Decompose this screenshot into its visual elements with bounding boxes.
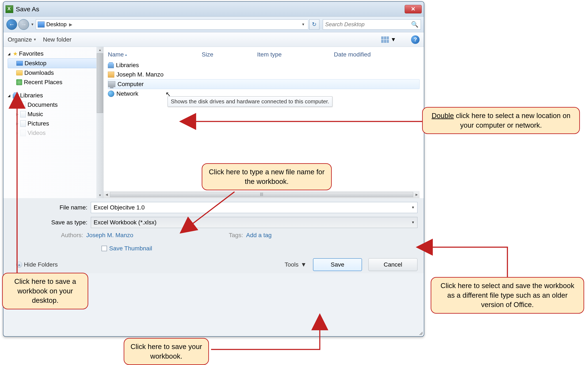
callout-filetype: Click here to select and save the workbo… [431,277,584,314]
callout-desktop: Click here to save a workbook on your de… [2,273,88,309]
sidebar-item-music[interactable]: ▷ Music [8,110,104,119]
sidebar-item-videos[interactable]: ▷ Videos [8,128,104,138]
forward-button[interactable]: → [18,19,29,30]
user-folder-icon [108,72,114,77]
new-folder-button[interactable]: New folder [43,36,71,43]
save-form: File name: Excel Objecitve 1.0 ▼ Save as… [3,198,424,273]
scrollbar-thumb[interactable] [110,192,413,197]
help-button[interactable]: ? [411,35,420,44]
network-icon [108,91,114,97]
refresh-button[interactable]: ↻ [309,19,319,30]
disclosure-icon: ▷ [16,131,19,135]
folder-icon [16,70,23,75]
address-dropdown-icon[interactable]: ▼ [300,23,306,26]
navigation-pane: ◢ ★ Favorites Desktop Downloads Recent P… [3,47,104,198]
dropdown-icon[interactable]: ▼ [411,221,415,224]
sidebar-item-documents[interactable]: ▷ Documents [8,100,104,110]
save-thumbnail-checkbox[interactable] [101,246,107,251]
tools-dropdown[interactable]: Tools ▼ [285,261,307,268]
pictures-icon [20,120,26,127]
libraries-group[interactable]: ◢ Libraries [8,91,104,100]
document-icon [20,102,26,108]
resize-grip-icon[interactable] [418,331,423,335]
scroll-down-icon[interactable]: ▼ [96,192,104,198]
caret-down-icon: ▼ [33,38,37,42]
view-grid-icon [381,36,389,43]
file-row-user[interactable]: Joseph M. Manzo [108,70,420,79]
scroll-left-icon[interactable]: ◀ [104,193,110,196]
disclosure-icon: ▷ [16,122,19,125]
hide-folders-button[interactable]: ▲ Hide Folders [16,261,58,268]
sidebar-item-pictures[interactable]: ▷ Pictures [8,119,104,128]
save-as-type-dropdown[interactable]: Excel Workbook (*.xlsx) ▼ [91,217,418,228]
excel-icon [6,5,13,13]
authors-value[interactable]: Joseph M. Manzo [86,232,133,239]
back-button[interactable]: ← [6,19,17,30]
column-item-type[interactable]: Item type [257,51,334,58]
scroll-right-icon[interactable]: ▶ [414,193,420,196]
sidebar-item-recent-places[interactable]: Recent Places [8,77,104,87]
nav-history-dropdown[interactable]: ▼ [30,20,35,29]
toolbar: Organize ▼ New folder ▼ ? [3,32,424,47]
sidebar-item-desktop[interactable]: Desktop [8,58,104,68]
view-options-button[interactable]: ▼ [381,36,396,43]
column-headers: Name ▴ Size Item type Date modified [108,50,420,61]
search-box[interactable]: 🔍 [323,19,421,30]
location-text: Desktop [46,21,66,28]
libraries-icon [108,62,114,68]
filename-input[interactable]: Excel Objecitve 1.0 ▼ [91,202,418,213]
scrollbar-thumb[interactable] [97,53,103,113]
sort-ascending-icon: ▴ [125,53,127,57]
caret-down-icon: ▼ [390,36,396,43]
disclosure-icon: ◢ [8,93,12,98]
videos-icon [20,130,26,136]
save-thumbnail-label[interactable]: Save Thumbnail [109,245,152,252]
cancel-button[interactable]: Cancel [368,258,418,271]
horizontal-scrollbar[interactable]: ◀ ▶ [104,191,420,198]
dropdown-icon[interactable]: ▼ [411,206,415,210]
organize-button[interactable]: Organize ▼ [8,36,36,43]
scroll-up-icon[interactable]: ▲ [96,47,104,53]
column-size[interactable]: Size [202,51,257,58]
navbar: ← → ▼ Desktop ▶ ▼ ↻ 🔍 [3,17,424,32]
tooltip: Shows the disk drives and hardware conne… [168,96,332,107]
file-row-computer[interactable]: Computer [108,79,420,89]
column-name[interactable]: Name ▴ [108,51,202,58]
search-icon[interactable]: 🔍 [411,21,418,28]
save-as-type-label: Save as type: [10,219,91,226]
authors-label: Authors: [61,232,83,239]
desktop-icon [38,21,45,28]
sidebar-item-downloads[interactable]: Downloads [8,68,104,77]
filename-label: File name: [10,204,91,211]
disclosure-icon: ▷ [16,112,19,116]
collapse-icon: ▲ [16,262,22,268]
callout-filename: Click here to type a new file name for t… [202,163,332,190]
libraries-icon [13,92,19,98]
music-icon [20,111,26,117]
computer-icon [108,81,115,87]
callout-computer: Double click here to select a new locati… [422,107,580,134]
recent-icon [16,79,22,85]
search-input[interactable] [325,21,411,28]
sidebar-scrollbar[interactable]: ▲ ▼ [96,47,104,198]
address-bar[interactable]: Desktop ▶ ▼ [36,19,308,30]
column-date-modified[interactable]: Date modified [334,51,398,58]
callout-save: Click here to save your workbook. [124,338,209,365]
disclosure-icon: ◢ [8,52,12,56]
tags-label: Tags: [229,232,243,239]
favorites-group[interactable]: ◢ ★ Favorites [8,49,104,58]
disclosure-icon: ▷ [16,103,19,106]
desktop-icon [16,61,23,66]
caret-down-icon: ▼ [301,261,307,268]
star-icon: ★ [13,50,18,57]
tags-value[interactable]: Add a tag [246,232,272,239]
breadcrumb-arrow-icon[interactable]: ▶ [68,22,73,27]
dialog-title: Save As [16,6,405,13]
save-button[interactable]: Save [313,258,362,271]
file-row-libraries[interactable]: Libraries [108,61,420,70]
close-button[interactable]: ✕ [405,5,422,14]
titlebar: Save As ✕ [3,2,424,17]
